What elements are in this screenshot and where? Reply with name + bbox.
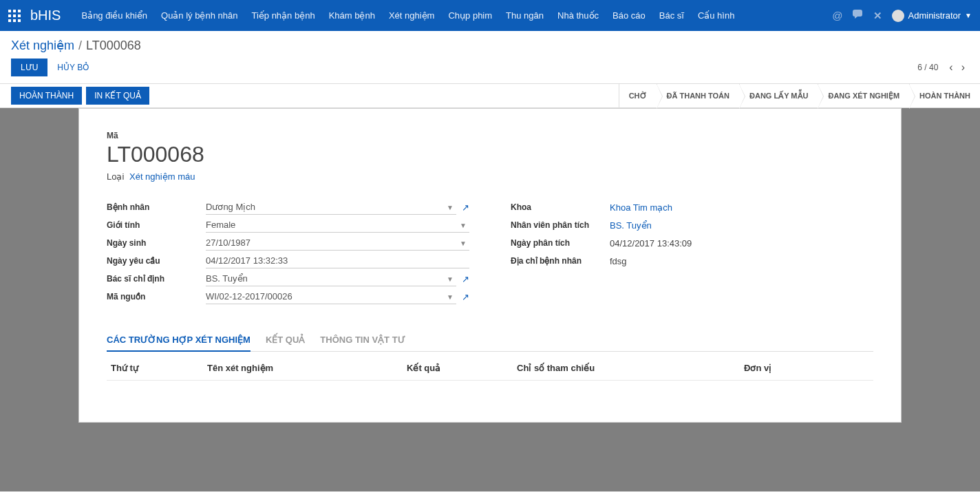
caret-down-icon: ▼ bbox=[965, 12, 972, 19]
th-name: Tên xét nghiệm bbox=[207, 363, 407, 373]
form-columns: Bệnh nhân ▼ ↗ Giới tính ▼ bbox=[107, 198, 873, 306]
form-sheet: Mã LT000068 Loại Xét nghiệm máu Bệnh nhâ… bbox=[78, 108, 902, 423]
stage-flow: CHỜ ĐÃ THANH TOÁN ĐANG LẤY MẪU ĐANG XÉT … bbox=[619, 84, 980, 107]
dept-label: Khoa bbox=[511, 202, 610, 212]
stage-waiting[interactable]: CHỜ bbox=[619, 84, 657, 107]
svg-rect-2 bbox=[18, 10, 21, 12]
svg-rect-6 bbox=[8, 19, 11, 22]
content-wrap: Mã LT000068 Loại Xét nghiệm máu Bệnh nhâ… bbox=[0, 108, 980, 491]
dept-link[interactable]: Khoa Tim mạch bbox=[610, 202, 672, 213]
print-result-button[interactable]: IN KẾT QUẢ bbox=[86, 87, 149, 105]
pager-next-icon[interactable]: › bbox=[957, 59, 969, 76]
svg-rect-5 bbox=[18, 14, 21, 17]
close-icon[interactable]: ✕ bbox=[873, 10, 882, 22]
pager-prev-icon[interactable]: ‹ bbox=[945, 59, 957, 76]
menu-dashboard[interactable]: Bảng điều khiển bbox=[74, 0, 154, 31]
chat-icon[interactable] bbox=[853, 10, 864, 21]
discard-button[interactable]: HỦY BỎ bbox=[57, 63, 89, 72]
type-label: Loại bbox=[107, 171, 124, 182]
external-link-icon[interactable]: ↗ bbox=[462, 292, 469, 302]
menu-patients[interactable]: Quản lý bệnh nhân bbox=[154, 0, 244, 31]
analyzedate-value: 04/12/2017 13:43:09 bbox=[610, 238, 692, 248]
svg-rect-7 bbox=[13, 19, 16, 22]
patient-label: Bệnh nhân bbox=[107, 202, 206, 212]
brand[interactable]: bHIS bbox=[30, 8, 61, 23]
menu-report[interactable]: Báo cáo bbox=[606, 0, 652, 31]
addr-value: fdsg bbox=[610, 256, 627, 266]
analyzedate-label: Ngày phân tích bbox=[511, 238, 610, 248]
save-button[interactable]: LƯU bbox=[11, 59, 47, 76]
breadcrumb-module[interactable]: Xét nghiệm bbox=[11, 38, 74, 53]
user-name: Administrator bbox=[908, 10, 961, 21]
th-ref: Chỉ số tham chiếu bbox=[517, 363, 744, 373]
stage-sampling[interactable]: ĐANG LẤY MẪU bbox=[739, 84, 818, 107]
analyst-label: Nhân viên phân tích bbox=[511, 220, 610, 230]
apps-grid-icon[interactable] bbox=[8, 10, 21, 22]
stage-testing[interactable]: ĐANG XÉT NGHIỆM bbox=[818, 84, 909, 107]
doctor-label: Bác sĩ chỉ định bbox=[107, 274, 206, 284]
status-actions: HOÀN THÀNH IN KẾT QUẢ bbox=[0, 84, 149, 107]
gender-input[interactable] bbox=[206, 218, 469, 233]
menu-exam[interactable]: Khám bệnh bbox=[322, 0, 382, 31]
user-menu[interactable]: Administrator ▼ bbox=[892, 10, 972, 22]
pager-text: 6 / 40 bbox=[917, 63, 938, 72]
reqdate-label: Ngày yêu cầu bbox=[107, 256, 206, 266]
gender-label: Giới tính bbox=[107, 220, 206, 230]
stage-done[interactable]: HOÀN THÀNH bbox=[909, 84, 980, 107]
stage-paid[interactable]: ĐÃ THANH TOÁN bbox=[657, 84, 739, 107]
tab-material[interactable]: THÔNG TIN VẬT TƯ bbox=[320, 329, 405, 351]
main-menu: Bảng điều khiển Quản lý bệnh nhân Tiếp n… bbox=[74, 0, 832, 31]
avatar-icon bbox=[892, 10, 904, 22]
external-link-icon[interactable]: ↗ bbox=[462, 202, 469, 213]
top-nav: bHIS Bảng điều khiển Quản lý bệnh nhân T… bbox=[0, 0, 980, 31]
tab-cases[interactable]: CÁC TRƯỜNG HỢP XÉT NGHIỆM bbox=[107, 329, 251, 352]
reqdate-input[interactable] bbox=[206, 253, 469, 268]
col-right: Khoa Khoa Tim mạch Nhân viên phân tích B… bbox=[511, 198, 873, 306]
cases-table: Thứ tự Tên xét nghiệm Kết quả Chỉ số tha… bbox=[107, 356, 873, 381]
doctor-input[interactable] bbox=[206, 271, 456, 286]
tab-result[interactable]: KẾT QUẢ bbox=[266, 329, 305, 351]
dob-label: Ngày sinh bbox=[107, 238, 206, 248]
svg-rect-1 bbox=[13, 10, 16, 12]
patient-input[interactable] bbox=[206, 200, 456, 215]
status-bar: HOÀN THÀNH IN KẾT QUẢ CHỜ ĐÃ THANH TOÁN … bbox=[0, 83, 980, 108]
type-row: Loại Xét nghiệm máu bbox=[107, 171, 873, 182]
complete-button[interactable]: HOÀN THÀNH bbox=[11, 87, 82, 105]
external-link-icon[interactable]: ↗ bbox=[462, 274, 469, 284]
mail-icon[interactable]: @ bbox=[832, 10, 842, 21]
breadcrumb: Xét nghiệm / LT000068 bbox=[0, 31, 980, 56]
th-unit: Đơn vị bbox=[744, 363, 869, 373]
src-label: Mã nguồn bbox=[107, 292, 206, 302]
svg-rect-4 bbox=[13, 14, 16, 17]
th-result: Kết quả bbox=[407, 363, 517, 373]
svg-rect-0 bbox=[8, 10, 11, 12]
dob-input[interactable] bbox=[206, 235, 469, 251]
svg-rect-3 bbox=[8, 14, 11, 17]
code-label: Mã bbox=[107, 131, 873, 140]
code-value: LT000068 bbox=[107, 142, 873, 167]
pager: 6 / 40 ‹ › bbox=[917, 59, 969, 76]
src-input[interactable] bbox=[206, 289, 456, 304]
menu-imaging[interactable]: Chụp phim bbox=[441, 0, 499, 31]
menu-cashier[interactable]: Thu ngân bbox=[499, 0, 551, 31]
tabs: CÁC TRƯỜNG HỢP XÉT NGHIỆM KẾT QUẢ THÔNG … bbox=[107, 329, 873, 352]
menu-pharmacy[interactable]: Nhà thuốc bbox=[551, 0, 606, 31]
th-order: Thứ tự bbox=[111, 363, 207, 373]
col-left: Bệnh nhân ▼ ↗ Giới tính ▼ bbox=[107, 198, 469, 306]
breadcrumb-sep: / bbox=[78, 39, 82, 53]
svg-rect-8 bbox=[18, 19, 21, 22]
breadcrumb-current: LT000068 bbox=[86, 39, 141, 53]
menu-lab[interactable]: Xét nghiệm bbox=[382, 0, 442, 31]
menu-reception[interactable]: Tiếp nhận bệnh bbox=[244, 0, 321, 31]
addr-label: Địa chỉ bệnh nhân bbox=[511, 256, 610, 266]
menu-doctor[interactable]: Bác sĩ bbox=[652, 0, 691, 31]
action-row: LƯU HỦY BỎ 6 / 40 ‹ › bbox=[0, 56, 980, 83]
menu-config[interactable]: Cấu hình bbox=[691, 0, 742, 31]
nav-right: @ ✕ Administrator ▼ bbox=[832, 10, 972, 22]
analyst-link[interactable]: BS. Tuyển bbox=[610, 220, 652, 231]
table-header: Thứ tự Tên xét nghiệm Kết quả Chỉ số tha… bbox=[107, 356, 873, 381]
type-link[interactable]: Xét nghiệm máu bbox=[129, 171, 195, 182]
